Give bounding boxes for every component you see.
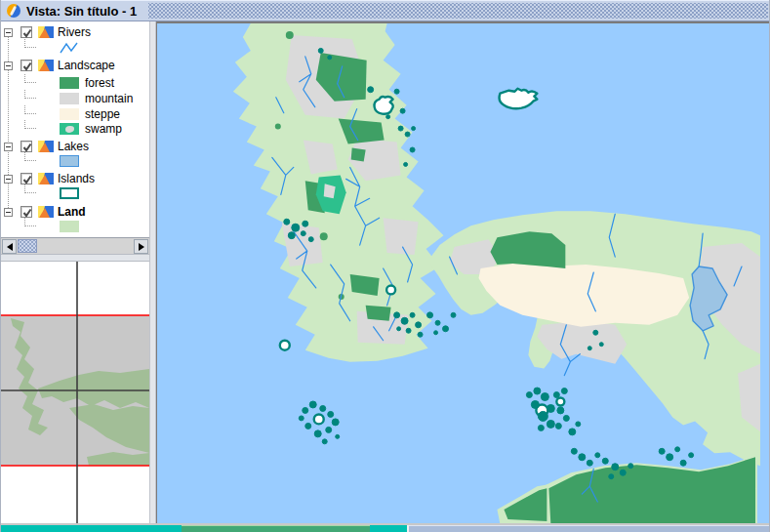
layer-icon bbox=[38, 141, 54, 152]
background-window-blue[interactable] bbox=[409, 525, 770, 532]
scroll-right-button[interactable] bbox=[134, 239, 148, 254]
vertical-splitter[interactable] bbox=[149, 21, 156, 524]
layer-checkbox[interactable] bbox=[20, 173, 32, 184]
layer-row-land[interactable]: Land bbox=[1, 205, 147, 219]
layer-checkbox[interactable] bbox=[20, 141, 32, 152]
legend-row-river-symbol[interactable] bbox=[1, 41, 147, 55]
layer-icon bbox=[38, 60, 54, 71]
layer-label[interactable]: Land bbox=[58, 205, 86, 219]
legend-swatch-lakes bbox=[60, 155, 79, 167]
layer-icon bbox=[38, 173, 54, 184]
legend-swatch-forest bbox=[60, 77, 79, 89]
collapse-icon[interactable] bbox=[4, 208, 13, 217]
legend-row-mountain[interactable]: mountain bbox=[1, 92, 147, 105]
island-ring-summer bbox=[314, 414, 324, 424]
forest-rainwood bbox=[366, 306, 391, 321]
tree-connector bbox=[24, 152, 36, 161]
legend-swatch-islands bbox=[60, 187, 79, 199]
legend-swatch-swamp bbox=[60, 123, 79, 135]
view-window: Vista: Sin título - 1 Rivers bbox=[0, 0, 770, 532]
tree-connector bbox=[24, 120, 36, 129]
legend-label: forest bbox=[85, 76, 114, 90]
background-window-teal[interactable] bbox=[1, 525, 182, 532]
island-skagos bbox=[375, 97, 393, 114]
river-line-symbol bbox=[60, 42, 79, 57]
tree-connector bbox=[24, 184, 36, 193]
legend-label: mountain bbox=[85, 92, 133, 105]
scrollbar-thumb[interactable] bbox=[18, 239, 37, 253]
tree-connector bbox=[24, 74, 36, 83]
layer-row-landscape[interactable]: Landscape bbox=[1, 59, 147, 72]
background-window-teal-2[interactable] bbox=[370, 525, 407, 532]
legend-row-lakes[interactable] bbox=[1, 154, 147, 168]
scroll-left-button[interactable] bbox=[2, 239, 17, 254]
island-ring-east bbox=[386, 285, 395, 294]
tree-connector bbox=[24, 105, 36, 114]
titlebar-texture bbox=[148, 3, 768, 19]
legend-label: steppe bbox=[85, 107, 120, 121]
left-arrow-icon bbox=[7, 243, 13, 251]
mountains-east bbox=[384, 218, 419, 255]
right-arrow-icon bbox=[139, 243, 144, 251]
legend-row-forest[interactable]: forest bbox=[1, 76, 147, 90]
legend-swatch-steppe bbox=[60, 108, 79, 120]
window-title: Vista: Sin título - 1 bbox=[26, 4, 148, 19]
legend-label: swamp bbox=[85, 122, 122, 136]
layer-row-islands[interactable]: Islands bbox=[1, 172, 147, 185]
forest-small bbox=[351, 148, 366, 162]
legend-row-land[interactable] bbox=[1, 220, 147, 233]
layer-checkbox[interactable] bbox=[20, 206, 32, 218]
toc-panel: Rivers Landscape bbox=[1, 21, 149, 524]
legend-row-islands[interactable] bbox=[1, 186, 147, 200]
gvsig-app-icon bbox=[7, 4, 20, 18]
horizontal-splitter[interactable] bbox=[1, 254, 149, 262]
collapse-icon[interactable] bbox=[4, 61, 13, 70]
tree-connector bbox=[24, 218, 36, 226]
layer-icon bbox=[38, 206, 54, 218]
collapse-icon[interactable] bbox=[4, 28, 13, 37]
map-canvas[interactable] bbox=[156, 21, 770, 524]
forest-dot bbox=[286, 31, 294, 39]
collapse-icon[interactable] bbox=[4, 143, 13, 151]
tree-connector bbox=[24, 39, 36, 48]
layer-checkbox[interactable] bbox=[20, 26, 32, 38]
legend-row-steppe[interactable]: steppe bbox=[1, 107, 147, 121]
layer-label[interactable]: Landscape bbox=[58, 59, 115, 72]
essos-forest bbox=[490, 231, 565, 268]
legend-swatch-land bbox=[60, 221, 79, 232]
layer-tree: Rivers Landscape bbox=[1, 21, 149, 237]
layer-icon bbox=[38, 26, 54, 38]
legend-row-swamp[interactable]: swamp bbox=[1, 122, 147, 136]
layer-label[interactable]: Islands bbox=[58, 172, 95, 185]
forest-dot bbox=[320, 232, 328, 240]
background-window-green[interactable] bbox=[182, 525, 370, 532]
window-titlebar[interactable]: Vista: Sin título - 1 bbox=[1, 0, 770, 21]
island-ring-basilisk2 bbox=[556, 398, 564, 406]
layer-label[interactable]: Lakes bbox=[58, 140, 89, 153]
legend-swatch-mountain bbox=[60, 93, 79, 104]
forest-dot bbox=[275, 124, 281, 130]
layer-checkbox[interactable] bbox=[20, 60, 32, 71]
tree-connector bbox=[24, 90, 36, 99]
overview-locator-map[interactable] bbox=[1, 262, 149, 524]
layer-row-rivers[interactable]: Rivers bbox=[1, 25, 147, 39]
swamp-pattern-blob bbox=[65, 126, 74, 133]
collapse-icon[interactable] bbox=[4, 175, 13, 184]
layer-row-lakes[interactable]: Lakes bbox=[1, 140, 147, 153]
layer-label[interactable]: Rivers bbox=[58, 25, 91, 39]
island-ring-west bbox=[280, 341, 290, 350]
toc-horizontal-scrollbar[interactable] bbox=[1, 237, 149, 254]
